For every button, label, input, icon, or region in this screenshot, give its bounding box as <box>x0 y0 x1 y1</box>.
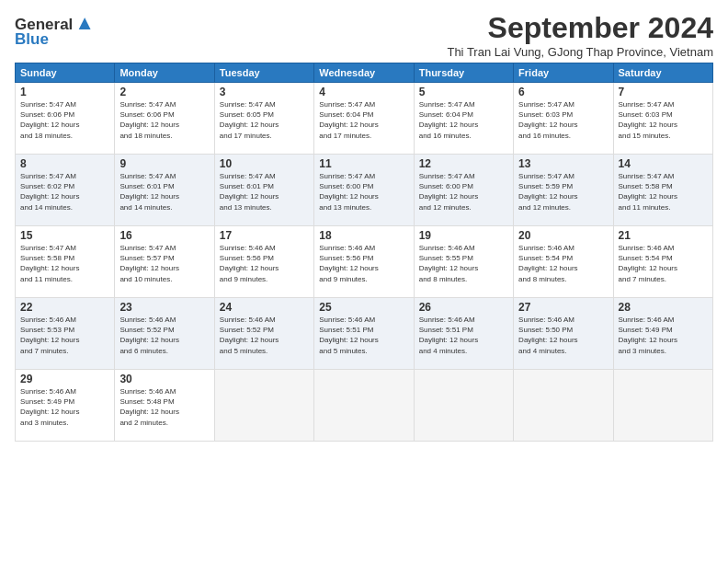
day-info: Sunrise: 5:47 AM Sunset: 6:00 PM Dayligh… <box>419 171 508 213</box>
day-info: Sunrise: 5:47 AM Sunset: 6:02 PM Dayligh… <box>20 171 109 213</box>
calendar-cell <box>613 370 712 442</box>
day-number: 29 <box>20 373 109 385</box>
day-number: 18 <box>319 229 408 242</box>
calendar-cell: 2Sunrise: 5:47 AM Sunset: 6:06 PM Daylig… <box>115 83 214 155</box>
day-info: Sunrise: 5:47 AM Sunset: 5:58 PM Dayligh… <box>619 171 708 213</box>
weekday-header-saturday: Saturday <box>613 63 712 83</box>
location-title: Thi Tran Lai Vung, GJong Thap Province, … <box>447 45 713 59</box>
calendar-cell: 29Sunrise: 5:46 AM Sunset: 5:49 PM Dayli… <box>16 370 115 442</box>
calendar-table: SundayMondayTuesdayWednesdayThursdayFrid… <box>15 63 713 442</box>
calendar-cell: 16Sunrise: 5:47 AM Sunset: 5:57 PM Dayli… <box>115 226 214 298</box>
month-title: September 2024 <box>447 11 713 45</box>
calendar-cell: 19Sunrise: 5:46 AM Sunset: 5:55 PM Dayli… <box>414 226 513 298</box>
day-info: Sunrise: 5:47 AM Sunset: 6:01 PM Dayligh… <box>119 171 209 213</box>
day-number: 22 <box>20 301 109 314</box>
day-number: 16 <box>119 229 209 242</box>
day-info: Sunrise: 5:46 AM Sunset: 5:54 PM Dayligh… <box>619 243 708 284</box>
day-number: 12 <box>419 157 508 170</box>
day-number: 19 <box>419 229 508 242</box>
day-info: Sunrise: 5:47 AM Sunset: 6:03 PM Dayligh… <box>518 99 608 141</box>
calendar-cell: 4Sunrise: 5:47 AM Sunset: 6:04 PM Daylig… <box>314 83 414 155</box>
day-info: Sunrise: 5:47 AM Sunset: 6:00 PM Dayligh… <box>319 171 408 213</box>
day-info: Sunrise: 5:47 AM Sunset: 6:06 PM Dayligh… <box>119 99 209 141</box>
day-number: 14 <box>619 157 708 170</box>
logo-blue: Blue <box>15 30 49 49</box>
calendar-week-5: 29Sunrise: 5:46 AM Sunset: 5:49 PM Dayli… <box>16 370 713 442</box>
calendar-cell: 1Sunrise: 5:47 AM Sunset: 6:06 PM Daylig… <box>16 83 115 155</box>
day-number: 13 <box>518 157 608 170</box>
day-info: Sunrise: 5:47 AM Sunset: 5:58 PM Dayligh… <box>20 243 109 284</box>
day-number: 2 <box>119 86 209 98</box>
weekday-header-thursday: Thursday <box>414 63 513 83</box>
day-info: Sunrise: 5:47 AM Sunset: 6:04 PM Dayligh… <box>319 99 408 141</box>
calendar-week-4: 22Sunrise: 5:46 AM Sunset: 5:53 PM Dayli… <box>16 298 713 370</box>
calendar-cell: 7Sunrise: 5:47 AM Sunset: 6:03 PM Daylig… <box>613 83 712 155</box>
calendar-cell: 9Sunrise: 5:47 AM Sunset: 6:01 PM Daylig… <box>115 155 214 226</box>
day-number: 9 <box>119 157 209 170</box>
day-number: 24 <box>220 301 309 314</box>
logo: General▲ Blue <box>15 11 95 49</box>
day-number: 26 <box>419 301 508 314</box>
day-info: Sunrise: 5:46 AM Sunset: 5:50 PM Dayligh… <box>518 315 608 356</box>
day-info: Sunrise: 5:47 AM Sunset: 6:05 PM Dayligh… <box>220 99 309 141</box>
calendar-cell: 23Sunrise: 5:46 AM Sunset: 5:52 PM Dayli… <box>115 298 214 370</box>
calendar-week-1: 1Sunrise: 5:47 AM Sunset: 6:06 PM Daylig… <box>16 83 713 155</box>
weekday-header-sunday: Sunday <box>16 63 115 83</box>
day-number: 30 <box>119 373 209 385</box>
calendar-cell: 21Sunrise: 5:46 AM Sunset: 5:54 PM Dayli… <box>613 226 712 298</box>
calendar-cell <box>514 370 613 442</box>
day-info: Sunrise: 5:47 AM Sunset: 6:03 PM Dayligh… <box>619 99 708 141</box>
day-info: Sunrise: 5:46 AM Sunset: 5:53 PM Dayligh… <box>20 315 109 356</box>
calendar-cell <box>314 370 414 442</box>
calendar-cell: 26Sunrise: 5:46 AM Sunset: 5:51 PM Dayli… <box>414 298 513 370</box>
day-info: Sunrise: 5:46 AM Sunset: 5:52 PM Dayligh… <box>119 315 209 356</box>
day-number: 1 <box>20 86 109 98</box>
day-number: 17 <box>220 229 309 242</box>
header: General▲ Blue September 2024 Thi Tran La… <box>15 11 713 59</box>
calendar-week-3: 15Sunrise: 5:47 AM Sunset: 5:58 PM Dayli… <box>16 226 713 298</box>
day-info: Sunrise: 5:47 AM Sunset: 5:57 PM Dayligh… <box>119 243 209 284</box>
day-info: Sunrise: 5:47 AM Sunset: 6:06 PM Dayligh… <box>20 99 109 141</box>
day-number: 4 <box>319 86 408 98</box>
day-number: 3 <box>220 86 309 98</box>
calendar-cell <box>214 370 313 442</box>
day-info: Sunrise: 5:47 AM Sunset: 6:01 PM Dayligh… <box>220 171 309 213</box>
weekday-header-tuesday: Tuesday <box>214 63 313 83</box>
day-info: Sunrise: 5:46 AM Sunset: 5:52 PM Dayligh… <box>220 315 309 356</box>
calendar-cell: 18Sunrise: 5:46 AM Sunset: 5:56 PM Dayli… <box>314 226 414 298</box>
calendar-cell: 17Sunrise: 5:46 AM Sunset: 5:56 PM Dayli… <box>214 226 313 298</box>
calendar-cell: 30Sunrise: 5:46 AM Sunset: 5:48 PM Dayli… <box>115 370 214 442</box>
weekday-header-wednesday: Wednesday <box>314 63 414 83</box>
day-number: 27 <box>518 301 608 314</box>
day-info: Sunrise: 5:46 AM Sunset: 5:49 PM Dayligh… <box>619 315 708 356</box>
day-number: 7 <box>619 86 708 98</box>
calendar-cell: 11Sunrise: 5:47 AM Sunset: 6:00 PM Dayli… <box>314 155 414 226</box>
weekday-header-friday: Friday <box>514 63 613 83</box>
day-info: Sunrise: 5:46 AM Sunset: 5:54 PM Dayligh… <box>518 243 608 284</box>
calendar-cell: 14Sunrise: 5:47 AM Sunset: 5:58 PM Dayli… <box>613 155 712 226</box>
day-number: 8 <box>20 157 109 170</box>
logo-bird-icon: ▲ <box>74 11 95 34</box>
day-info: Sunrise: 5:47 AM Sunset: 5:59 PM Dayligh… <box>518 171 608 213</box>
page: General▲ Blue September 2024 Thi Tran La… <box>0 0 728 563</box>
calendar-cell: 22Sunrise: 5:46 AM Sunset: 5:53 PM Dayli… <box>16 298 115 370</box>
calendar-cell: 15Sunrise: 5:47 AM Sunset: 5:58 PM Dayli… <box>16 226 115 298</box>
calendar-cell <box>414 370 513 442</box>
calendar-cell: 10Sunrise: 5:47 AM Sunset: 6:01 PM Dayli… <box>214 155 313 226</box>
day-number: 10 <box>220 157 309 170</box>
day-info: Sunrise: 5:46 AM Sunset: 5:51 PM Dayligh… <box>419 315 508 356</box>
day-number: 23 <box>119 301 209 314</box>
calendar-cell: 28Sunrise: 5:46 AM Sunset: 5:49 PM Dayli… <box>613 298 712 370</box>
calendar-cell: 24Sunrise: 5:46 AM Sunset: 5:52 PM Dayli… <box>214 298 313 370</box>
day-number: 15 <box>20 229 109 242</box>
calendar-cell: 8Sunrise: 5:47 AM Sunset: 6:02 PM Daylig… <box>16 155 115 226</box>
calendar-cell: 20Sunrise: 5:46 AM Sunset: 5:54 PM Dayli… <box>514 226 613 298</box>
calendar-cell: 25Sunrise: 5:46 AM Sunset: 5:51 PM Dayli… <box>314 298 414 370</box>
calendar-cell: 12Sunrise: 5:47 AM Sunset: 6:00 PM Dayli… <box>414 155 513 226</box>
day-info: Sunrise: 5:46 AM Sunset: 5:51 PM Dayligh… <box>319 315 408 356</box>
weekday-header-monday: Monday <box>115 63 214 83</box>
calendar-cell: 6Sunrise: 5:47 AM Sunset: 6:03 PM Daylig… <box>514 83 613 155</box>
calendar-cell: 13Sunrise: 5:47 AM Sunset: 5:59 PM Dayli… <box>514 155 613 226</box>
day-number: 11 <box>319 157 408 170</box>
day-number: 20 <box>518 229 608 242</box>
